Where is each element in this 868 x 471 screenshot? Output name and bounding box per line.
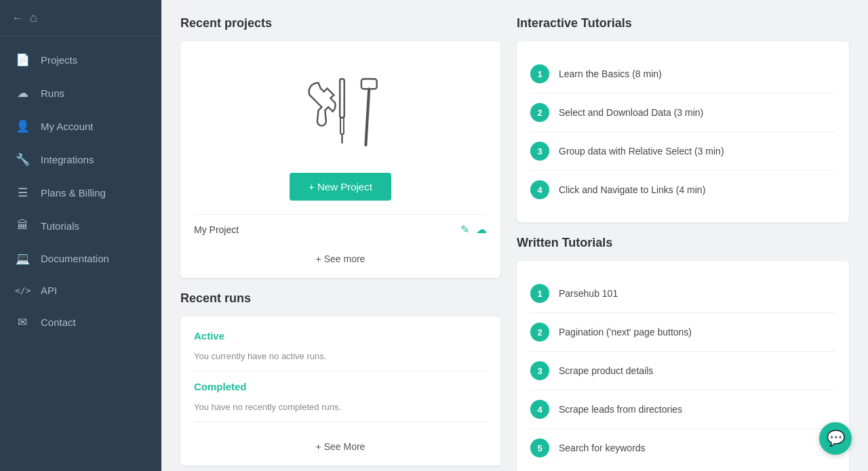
project-actions: ✎ ☁ — [460, 223, 487, 236]
written-tutorial-num-3: 3 — [530, 361, 549, 380]
content-grid: Recent projects — [180, 16, 849, 471]
active-runs-title: Active — [194, 330, 487, 342]
right-column: Interactive Tutorials 1 Learn the Basics… — [517, 16, 849, 471]
interactive-tutorial-label-1: Learn the Basics (8 min) — [559, 68, 662, 79]
tutorial-num-3: 3 — [530, 142, 549, 161]
view-more-written-link[interactable]: + View More — [530, 467, 835, 471]
contact-icon: ✉ — [15, 315, 30, 329]
sidebar-nav: 📄 Projects ☁ Runs 👤 My Account 🔧 Integra… — [0, 37, 161, 471]
recent-runs-title: Recent runs — [180, 291, 500, 306]
interactive-tutorials-card: 1 Learn the Basics (8 min) 2 Select and … — [517, 41, 849, 222]
interactive-tutorial-item-2[interactable]: 2 Select and Download Data (3 min) — [530, 94, 835, 132]
see-more-projects-link[interactable]: + See more — [194, 244, 487, 264]
home-icon[interactable]: ⌂ — [30, 11, 37, 25]
recent-runs-card: Active You currently have no active runs… — [180, 316, 500, 466]
api-icon: </> — [15, 285, 30, 295]
written-tutorial-label-5: Search for keywords — [559, 443, 646, 453]
docs-icon: 💻 — [15, 251, 30, 266]
edit-project-icon[interactable]: ✎ — [460, 223, 469, 236]
sidebar-item-api[interactable]: </> API — [0, 275, 161, 306]
interactive-tutorial-item-4[interactable]: 4 Click and Navigate to Links (4 min) — [530, 171, 835, 209]
tools-svg — [296, 68, 384, 163]
sidebar-item-integrations[interactable]: 🔧 Integrations — [0, 143, 161, 176]
sidebar-label-contact: Contact — [41, 316, 76, 328]
completed-runs-text: You have no recently completed runs. — [194, 398, 487, 422]
interactive-tutorial-label-2: Select and Download Data (3 min) — [559, 107, 703, 118]
tutorial-num-2: 2 — [530, 103, 549, 122]
interactive-tutorial-label-4: Click and Navigate to Links (4 min) — [559, 184, 705, 195]
project-tools-illustration — [194, 55, 487, 173]
interactive-tutorials-list: 1 Learn the Basics (8 min) 2 Select and … — [530, 55, 835, 209]
written-tutorials-card: 1 Parsehub 101 2 Pagination ('next' page… — [517, 261, 849, 471]
written-tutorial-item-3[interactable]: 3 Scrape product details — [530, 352, 835, 390]
interactive-tutorial-item-1[interactable]: 1 Learn the Basics (8 min) — [530, 55, 835, 94]
download-project-icon[interactable]: ☁ — [476, 223, 487, 236]
tutorial-num-4: 4 — [530, 180, 549, 199]
tutorials-icon: 🏛 — [15, 219, 30, 232]
written-tutorial-item-5[interactable]: 5 Search for keywords — [530, 429, 835, 467]
active-runs-text: You currently have no active runs. — [194, 347, 487, 371]
sidebar-header: ← ⌂ — [0, 0, 161, 37]
sidebar-label-my-account: My Account — [41, 121, 94, 132]
written-tutorial-num-5: 5 — [530, 438, 549, 457]
wrench-icon: 🔧 — [15, 152, 30, 167]
new-project-button[interactable]: + New Project — [290, 173, 391, 201]
written-tutorial-item-4[interactable]: 4 Scrape leads from directories — [530, 390, 835, 429]
written-tutorial-item-2[interactable]: 2 Pagination ('next' page buttons) — [530, 313, 835, 352]
recent-projects-card: + New Project My Project ✎ ☁ + See more — [180, 41, 500, 278]
completed-runs-title: Completed — [194, 381, 487, 392]
see-more-runs-link[interactable]: + See More — [194, 432, 487, 452]
sidebar-label-documentation: Documentation — [41, 253, 109, 264]
left-column: Recent projects — [180, 16, 500, 471]
sidebar-label-integrations: Integrations — [41, 154, 94, 165]
back-icon[interactable]: ← — [12, 12, 23, 24]
svg-rect-3 — [361, 79, 377, 89]
written-tutorial-label-2: Pagination ('next' page buttons) — [559, 327, 692, 337]
sidebar-item-projects[interactable]: 📄 Projects — [0, 43, 161, 77]
chat-bubble-button[interactable]: 💬 — [819, 422, 852, 455]
sidebar-item-plans-billing[interactable]: ☰ Plans & Billing — [0, 176, 161, 209]
svg-line-4 — [366, 89, 369, 145]
svg-rect-0 — [340, 79, 344, 118]
document-icon: 📄 — [15, 53, 30, 67]
sidebar-label-projects: Projects — [41, 54, 77, 66]
user-icon: 👤 — [15, 119, 30, 134]
written-tutorial-label-1: Parsehub 101 — [559, 288, 618, 299]
cloud-icon: ☁ — [15, 86, 30, 100]
interactive-tutorial-label-3: Group data with Relative Select (3 min) — [559, 146, 724, 157]
written-tutorial-item-1[interactable]: 1 Parsehub 101 — [530, 274, 835, 313]
project-row: My Project ✎ ☁ — [194, 214, 487, 244]
written-tutorial-label-3: Scrape product details — [559, 365, 653, 376]
sidebar-label-api: API — [41, 285, 57, 296]
sidebar-label-runs: Runs — [41, 87, 64, 99]
project-name: My Project — [194, 224, 460, 235]
sidebar-item-tutorials[interactable]: 🏛 Tutorials — [0, 209, 161, 242]
sidebar-item-runs[interactable]: ☁ Runs — [0, 77, 161, 110]
sidebar-item-my-account[interactable]: 👤 My Account — [0, 110, 161, 143]
written-tutorial-num-2: 2 — [530, 323, 549, 342]
main-content: Recent projects — [161, 0, 868, 471]
written-tutorial-num-4: 4 — [530, 400, 549, 419]
written-tutorial-num-1: 1 — [530, 284, 549, 303]
runs-divider — [194, 371, 487, 371]
recent-projects-title: Recent projects — [180, 16, 500, 30]
written-tutorial-label-4: Scrape leads from directories — [559, 404, 682, 415]
interactive-tutorials-title: Interactive Tutorials — [517, 16, 849, 30]
sidebar-item-contact[interactable]: ✉ Contact — [0, 306, 161, 339]
svg-rect-1 — [340, 117, 344, 134]
interactive-tutorial-item-3[interactable]: 3 Group data with Relative Select (3 min… — [530, 132, 835, 171]
sidebar: ← ⌂ 📄 Projects ☁ Runs 👤 My Account 🔧 Int… — [0, 0, 161, 471]
sidebar-label-tutorials: Tutorials — [41, 220, 79, 232]
sidebar-item-documentation[interactable]: 💻 Documentation — [0, 242, 161, 275]
written-tutorials-list: 1 Parsehub 101 2 Pagination ('next' page… — [530, 274, 835, 467]
chat-bubble-icon: 💬 — [827, 430, 845, 447]
tutorial-num-1: 1 — [530, 64, 549, 83]
sidebar-label-plans-billing: Plans & Billing — [41, 187, 106, 199]
billing-icon: ☰ — [15, 186, 30, 200]
written-tutorials-title: Written Tutorials — [517, 236, 849, 250]
runs-divider-2 — [194, 422, 487, 422]
